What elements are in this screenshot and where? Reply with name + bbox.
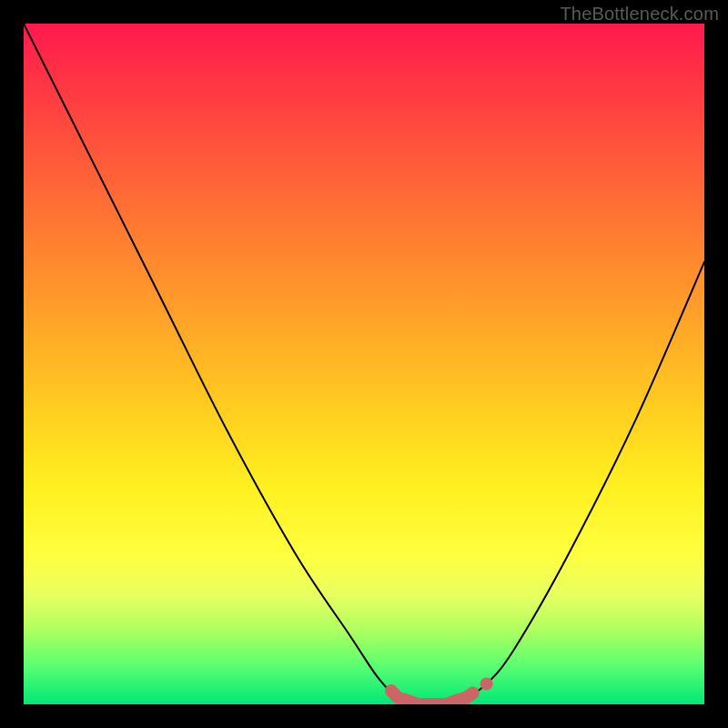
- watermark-text: TheBottleneck.com: [560, 4, 719, 25]
- optimal-zone-end-dot: [480, 678, 493, 691]
- bottleneck-chart: TheBottleneck.com: [0, 0, 728, 728]
- curve-svg: [24, 24, 704, 704]
- bottleneck-curve-path: [24, 24, 704, 704]
- optimal-zone-path: [391, 691, 473, 704]
- plot-area: [24, 24, 704, 704]
